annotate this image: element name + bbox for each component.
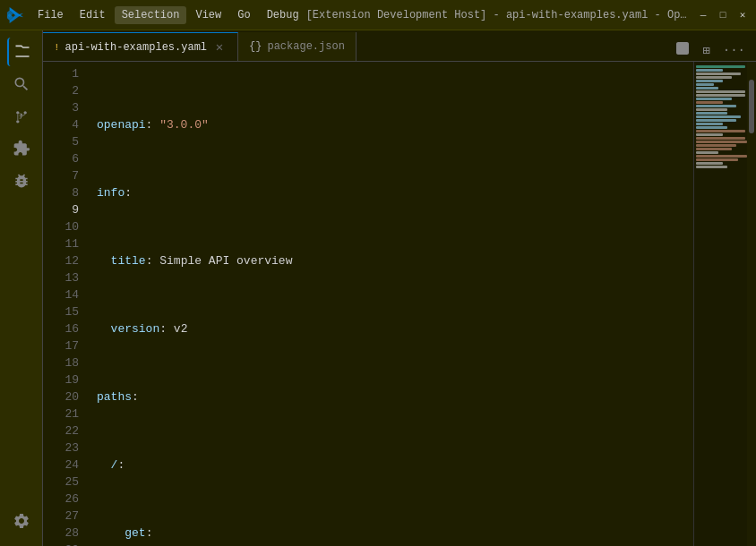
- minimap-line: [696, 83, 714, 86]
- window-title: [Extension Development Host] - api-with-…: [306, 9, 690, 21]
- minimap-line: [696, 144, 736, 147]
- line-num-21: 21: [43, 405, 79, 422]
- minimap-line: [696, 87, 718, 90]
- code-line-4: version: v2: [97, 320, 693, 337]
- yaml-icon: !: [54, 42, 60, 53]
- minimap-line: [696, 90, 745, 93]
- minimap-line: [696, 112, 727, 115]
- line-num-20: 20: [43, 388, 79, 405]
- line-num-14: 14: [43, 286, 79, 303]
- line-num-28: 28: [43, 525, 79, 542]
- minimap-line: [696, 123, 723, 125]
- split-editor-button[interactable]: [672, 39, 693, 61]
- maximize-button[interactable]: □: [717, 9, 729, 21]
- minimap-line: [696, 65, 745, 68]
- debug-icon: [13, 172, 30, 190]
- layout-button[interactable]: ⊞: [699, 41, 713, 60]
- minimap-line: [696, 76, 732, 79]
- line-num-22: 22: [43, 422, 79, 439]
- activity-settings[interactable]: [7, 507, 36, 535]
- scrollbar-thumb[interactable]: [749, 80, 754, 133]
- menu-edit[interactable]: Edit: [73, 6, 113, 24]
- minimap-line: [696, 73, 741, 75]
- line-num-5: 5: [43, 133, 79, 150]
- minimap-line: [696, 155, 747, 158]
- menu-view[interactable]: View: [188, 6, 228, 24]
- minimap-line: [696, 162, 723, 165]
- minimap-line: [696, 115, 741, 118]
- activity-source-control[interactable]: [7, 102, 36, 131]
- line-num-9: 9: [43, 201, 79, 218]
- line-num-17: 17: [43, 337, 79, 354]
- tab-yaml-label: api-with-examples.yaml: [65, 41, 207, 54]
- line-num-12: 12: [43, 252, 79, 269]
- close-button[interactable]: ✕: [736, 9, 749, 21]
- code-line-5: paths:: [97, 388, 693, 405]
- line-num-19: 19: [43, 371, 79, 388]
- code-line-2: info:: [97, 184, 693, 201]
- minimap-line: [696, 148, 732, 150]
- line-num-7: 7: [43, 167, 79, 184]
- activity-explorer[interactable]: [7, 38, 36, 66]
- line-num-24: 24: [43, 456, 79, 473]
- line-num-26: 26: [43, 491, 79, 508]
- minimap-line: [696, 108, 727, 111]
- vertical-scrollbar[interactable]: [747, 62, 756, 546]
- activity-extensions[interactable]: [7, 134, 36, 163]
- editor-area: 1 2 3 4 5 6 7 8 9 10 11 12 13 14 15 16 1: [43, 62, 756, 546]
- minimap-line: [696, 98, 732, 100]
- menu-debug[interactable]: Debug: [260, 6, 306, 24]
- minimap-line: [696, 94, 745, 97]
- search-icon: [13, 75, 30, 93]
- minimap-line: [696, 126, 727, 129]
- line-num-16: 16: [43, 320, 79, 337]
- menu-selection[interactable]: Selection: [115, 6, 187, 24]
- line-num-2: 2: [43, 82, 79, 99]
- tab-bar: ! api-with-examples.yaml ✕ {} package.js…: [43, 30, 756, 62]
- tab-json-label: package.json: [267, 40, 344, 53]
- minimap: [693, 62, 747, 546]
- minimap-line: [696, 158, 738, 161]
- minimap-line: [696, 141, 747, 143]
- line-num-25: 25: [43, 473, 79, 491]
- code-line-1: openapi: "3.0.0": [97, 116, 693, 133]
- minimap-line: [696, 69, 723, 72]
- source-control-icon: [13, 107, 30, 125]
- minimap-line: [696, 119, 736, 122]
- minimap-line: [696, 105, 736, 107]
- json-icon: {}: [249, 40, 262, 53]
- line-num-4: 4: [43, 116, 79, 133]
- line-num-18: 18: [43, 354, 79, 371]
- minimize-button[interactable]: —: [697, 9, 709, 21]
- titlebar: File Edit Selection View Go Debug [Exten…: [0, 0, 756, 30]
- split-icon: [675, 41, 690, 55]
- code-line-3: title: Simple API overview: [97, 252, 693, 269]
- code-line-7: get:: [97, 525, 693, 542]
- vscode-logo: [7, 7, 23, 23]
- line-num-15: 15: [43, 303, 79, 320]
- line-num-29: 29: [43, 542, 79, 546]
- line-num-11: 11: [43, 235, 79, 252]
- activity-bar: [0, 30, 43, 546]
- line-num-8: 8: [43, 184, 79, 201]
- activity-debug[interactable]: [7, 166, 36, 195]
- minimap-line: [696, 166, 727, 168]
- line-num-6: 6: [43, 150, 79, 167]
- extensions-icon: [13, 140, 30, 158]
- files-icon: [13, 43, 31, 61]
- line-numbers: 1 2 3 4 5 6 7 8 9 10 11 12 13 14 15 16 1: [43, 62, 86, 546]
- line-num-3: 3: [43, 99, 79, 116]
- editor-main[interactable]: 1 2 3 4 5 6 7 8 9 10 11 12 13 14 15 16 1: [43, 62, 693, 546]
- minimap-content: [694, 62, 747, 173]
- settings-icon: [13, 512, 30, 530]
- minimap-line: [696, 101, 723, 104]
- minimap-line: [696, 137, 745, 140]
- tab-json[interactable]: {} package.json: [238, 32, 357, 61]
- activity-search[interactable]: [7, 70, 36, 98]
- more-button[interactable]: ···: [719, 41, 749, 59]
- menu-file[interactable]: File: [30, 6, 71, 24]
- tab-yaml[interactable]: ! api-with-examples.yaml ✕: [43, 32, 238, 61]
- tab-yaml-close[interactable]: ✕: [212, 39, 227, 55]
- code-editor[interactable]: openapi: "3.0.0" info: title: Simple API…: [86, 62, 693, 546]
- menu-go[interactable]: Go: [230, 6, 257, 24]
